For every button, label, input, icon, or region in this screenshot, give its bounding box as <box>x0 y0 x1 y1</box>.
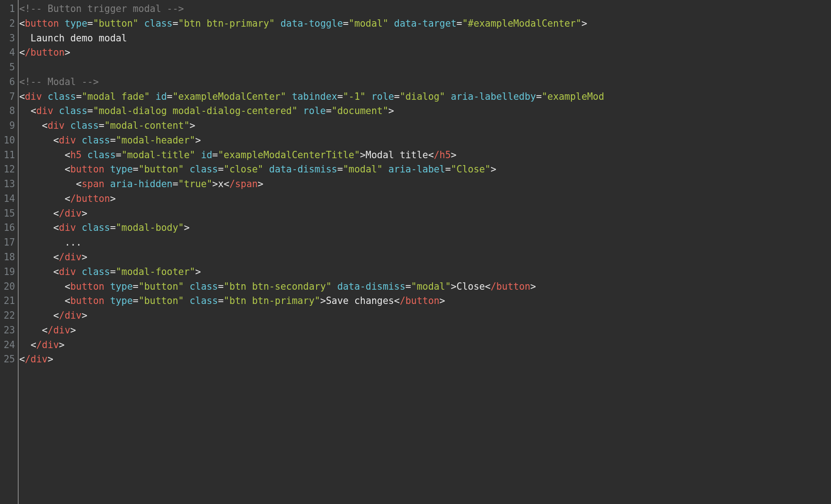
code-line[interactable]: </button> <box>19 192 831 206</box>
line-number: 8 <box>4 104 15 119</box>
code-line[interactable]: ... <box>19 235 831 250</box>
line-number: 10 <box>4 133 15 148</box>
token-punct: < <box>394 295 399 306</box>
code-line[interactable]: <h5 class="modal-title" id="exampleModal… <box>19 148 831 163</box>
token-eq: = <box>167 91 173 102</box>
token-punct: < <box>53 266 59 277</box>
code-line[interactable]: </div> <box>19 338 831 353</box>
token-text <box>53 105 59 116</box>
token-string: "btn btn-primary" <box>178 18 275 29</box>
code-line[interactable]: <div class="modal fade" id="exampleModal… <box>19 90 831 104</box>
token-punct: < <box>19 91 25 102</box>
code-line[interactable]: <!-- Modal --> <box>19 75 831 90</box>
code-line[interactable]: <div class="modal-footer"> <box>19 265 831 280</box>
token-punct: > <box>258 178 263 189</box>
token-text: Close <box>456 281 485 292</box>
token-punct: > <box>451 281 456 292</box>
token-punct: > <box>212 178 218 189</box>
token-tag: /div <box>47 325 70 336</box>
code-line[interactable]: <button type="button" class="close" data… <box>19 162 831 177</box>
token-string: "button" <box>93 18 138 29</box>
token-attr: class <box>81 266 110 277</box>
code-line[interactable]: <button type="button" class="btn btn-sec… <box>19 280 831 294</box>
token-text <box>19 105 31 116</box>
code-line[interactable]: </div> <box>19 250 831 265</box>
token-eq: = <box>110 222 115 233</box>
line-number: 9 <box>4 119 15 133</box>
token-punct: > <box>81 310 87 321</box>
token-string: "modal-footer" <box>116 266 196 277</box>
code-line[interactable]: </div> <box>19 206 831 221</box>
code-line[interactable]: <div class="modal-dialog modal-dialog-ce… <box>19 104 831 119</box>
token-string: "modal-title" <box>121 149 195 160</box>
token-punct: < <box>53 135 59 146</box>
token-text <box>19 178 76 189</box>
code-line[interactable]: <div class="modal-header"> <box>19 133 831 148</box>
token-attr: class <box>190 164 218 175</box>
token-tag: div <box>59 266 76 277</box>
code-line[interactable]: </div> <box>19 309 831 323</box>
code-line[interactable]: <!-- Button trigger modal --> <box>19 2 831 17</box>
token-text <box>286 91 292 102</box>
token-tag: span <box>81 178 104 189</box>
token-string: "btn btn-secondary" <box>224 281 332 292</box>
token-tag: button <box>70 295 104 306</box>
token-text <box>76 222 81 233</box>
token-text <box>104 295 110 306</box>
token-text <box>150 91 156 102</box>
line-number: 25 <box>4 352 15 367</box>
code-line[interactable]: <div class="modal-content"> <box>19 119 831 133</box>
token-tag: div <box>59 135 76 146</box>
token-text <box>138 18 144 29</box>
token-attr: class <box>81 135 110 146</box>
token-attr: data-toggle <box>280 18 343 29</box>
token-text <box>195 149 201 160</box>
line-number: 4 <box>4 46 15 60</box>
code-line[interactable]: </div> <box>19 352 831 367</box>
token-text <box>19 135 53 146</box>
token-attr: tabindex <box>292 91 337 102</box>
token-attr: data-dismiss <box>337 281 405 292</box>
token-punct: < <box>76 178 81 189</box>
token-attr: class <box>87 149 116 160</box>
code-area[interactable]: <!-- Button trigger modal --><button typ… <box>18 0 831 504</box>
token-text <box>19 310 53 321</box>
code-line[interactable]: </button> <box>19 46 831 60</box>
token-eq: = <box>116 149 121 160</box>
token-punct: < <box>19 18 25 29</box>
code-line[interactable] <box>19 60 831 75</box>
token-text <box>19 295 65 306</box>
token-punct: < <box>53 208 59 219</box>
line-number: 14 <box>4 192 15 206</box>
token-string: "modal" <box>349 18 388 29</box>
token-text <box>42 91 47 102</box>
token-punct: < <box>64 281 70 292</box>
token-attr: type <box>110 295 133 306</box>
code-editor[interactable]: 1234567891011121314151617181920212223242… <box>0 0 831 504</box>
token-attr: data-target <box>394 18 456 29</box>
token-text: Launch demo modal <box>19 33 127 44</box>
token-tag: button <box>25 18 59 29</box>
token-string: "modal-body" <box>116 222 184 233</box>
token-eq: = <box>337 91 343 102</box>
code-line[interactable]: <div class="modal-body"> <box>19 221 831 235</box>
code-line[interactable]: Launch demo modal <box>19 31 831 46</box>
token-text <box>19 193 65 204</box>
line-number: 2 <box>4 17 15 31</box>
code-line[interactable]: </div> <box>19 323 831 338</box>
line-number: 17 <box>4 235 15 250</box>
token-attr: data-dismiss <box>269 164 337 175</box>
code-line[interactable]: <span aria-hidden="true">x</span> <box>19 177 831 192</box>
token-punct: < <box>428 149 433 160</box>
token-punct: < <box>42 120 47 131</box>
code-line[interactable]: <button type="button" class="btn btn-pri… <box>19 17 831 31</box>
token-tag: /div <box>59 208 81 219</box>
token-tag: div <box>25 91 42 102</box>
token-attr: role <box>303 105 326 116</box>
token-text <box>19 339 31 350</box>
line-number: 24 <box>4 338 15 353</box>
line-number: 13 <box>4 177 15 192</box>
code-line[interactable]: <button type="button" class="btn btn-pri… <box>19 294 831 309</box>
token-eq: = <box>326 105 331 116</box>
token-punct: > <box>439 295 445 306</box>
